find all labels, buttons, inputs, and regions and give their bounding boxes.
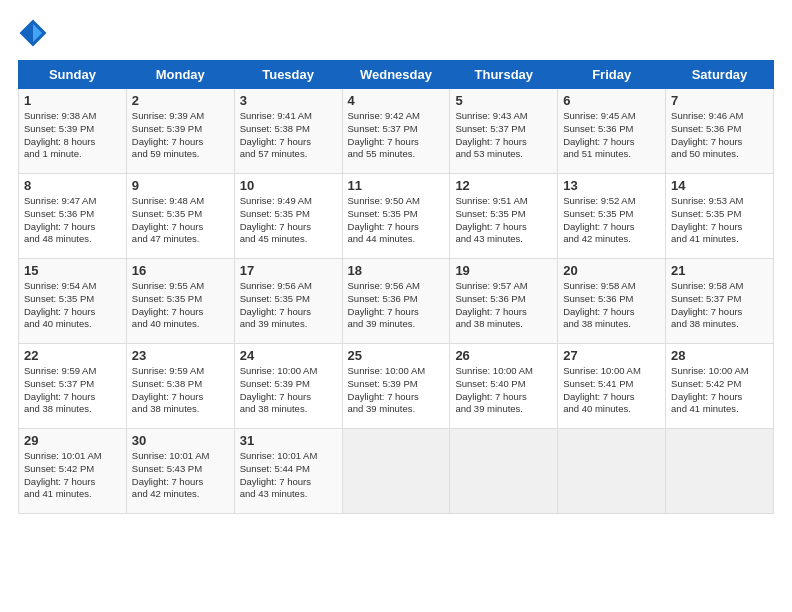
calendar-cell: 18Sunrise: 9:56 AMSunset: 5:36 PMDayligh…: [342, 259, 450, 344]
day-info: Sunrise: 9:43 AMSunset: 5:37 PMDaylight:…: [455, 110, 552, 161]
day-number: 5: [455, 93, 552, 108]
calendar-cell: [558, 429, 666, 514]
calendar-cell: 20Sunrise: 9:58 AMSunset: 5:36 PMDayligh…: [558, 259, 666, 344]
calendar-cell: 17Sunrise: 9:56 AMSunset: 5:35 PMDayligh…: [234, 259, 342, 344]
day-number: 11: [348, 178, 445, 193]
calendar-cell: 3Sunrise: 9:41 AMSunset: 5:38 PMDaylight…: [234, 89, 342, 174]
day-number: 2: [132, 93, 229, 108]
day-info: Sunrise: 9:45 AMSunset: 5:36 PMDaylight:…: [563, 110, 660, 161]
day-info: Sunrise: 9:52 AMSunset: 5:35 PMDaylight:…: [563, 195, 660, 246]
day-info: Sunrise: 9:59 AMSunset: 5:37 PMDaylight:…: [24, 365, 121, 416]
day-number: 28: [671, 348, 768, 363]
calendar-cell: 2Sunrise: 9:39 AMSunset: 5:39 PMDaylight…: [126, 89, 234, 174]
calendar-cell: 22Sunrise: 9:59 AMSunset: 5:37 PMDayligh…: [19, 344, 127, 429]
calendar-row-3: 15Sunrise: 9:54 AMSunset: 5:35 PMDayligh…: [19, 259, 774, 344]
calendar-cell: 6Sunrise: 9:45 AMSunset: 5:36 PMDaylight…: [558, 89, 666, 174]
day-number: 31: [240, 433, 337, 448]
day-number: 10: [240, 178, 337, 193]
day-number: 19: [455, 263, 552, 278]
calendar-cell: 31Sunrise: 10:01 AMSunset: 5:44 PMDaylig…: [234, 429, 342, 514]
day-info: Sunrise: 9:59 AMSunset: 5:38 PMDaylight:…: [132, 365, 229, 416]
calendar-cell: 26Sunrise: 10:00 AMSunset: 5:40 PMDaylig…: [450, 344, 558, 429]
day-number: 12: [455, 178, 552, 193]
day-info: Sunrise: 9:46 AMSunset: 5:36 PMDaylight:…: [671, 110, 768, 161]
calendar-cell: 7Sunrise: 9:46 AMSunset: 5:36 PMDaylight…: [666, 89, 774, 174]
day-number: 6: [563, 93, 660, 108]
day-info: Sunrise: 9:42 AMSunset: 5:37 PMDaylight:…: [348, 110, 445, 161]
calendar-cell: 21Sunrise: 9:58 AMSunset: 5:37 PMDayligh…: [666, 259, 774, 344]
calendar-cell: 24Sunrise: 10:00 AMSunset: 5:39 PMDaylig…: [234, 344, 342, 429]
calendar-cell: 19Sunrise: 9:57 AMSunset: 5:36 PMDayligh…: [450, 259, 558, 344]
day-number: 1: [24, 93, 121, 108]
day-info: Sunrise: 9:55 AMSunset: 5:35 PMDaylight:…: [132, 280, 229, 331]
day-number: 27: [563, 348, 660, 363]
day-info: Sunrise: 10:00 AMSunset: 5:39 PMDaylight…: [240, 365, 337, 416]
calendar-cell: [342, 429, 450, 514]
calendar-cell: [666, 429, 774, 514]
calendar-cell: 16Sunrise: 9:55 AMSunset: 5:35 PMDayligh…: [126, 259, 234, 344]
day-info: Sunrise: 9:41 AMSunset: 5:38 PMDaylight:…: [240, 110, 337, 161]
header-thursday: Thursday: [450, 61, 558, 89]
header-monday: Monday: [126, 61, 234, 89]
day-info: Sunrise: 10:00 AMSunset: 5:40 PMDaylight…: [455, 365, 552, 416]
day-number: 7: [671, 93, 768, 108]
weekday-header-row: Sunday Monday Tuesday Wednesday Thursday…: [19, 61, 774, 89]
calendar-cell: 10Sunrise: 9:49 AMSunset: 5:35 PMDayligh…: [234, 174, 342, 259]
day-info: Sunrise: 9:50 AMSunset: 5:35 PMDaylight:…: [348, 195, 445, 246]
day-number: 23: [132, 348, 229, 363]
day-info: Sunrise: 9:49 AMSunset: 5:35 PMDaylight:…: [240, 195, 337, 246]
day-info: Sunrise: 9:39 AMSunset: 5:39 PMDaylight:…: [132, 110, 229, 161]
calendar-cell: 30Sunrise: 10:01 AMSunset: 5:43 PMDaylig…: [126, 429, 234, 514]
calendar-cell: 28Sunrise: 10:00 AMSunset: 5:42 PMDaylig…: [666, 344, 774, 429]
header-tuesday: Tuesday: [234, 61, 342, 89]
day-info: Sunrise: 9:51 AMSunset: 5:35 PMDaylight:…: [455, 195, 552, 246]
calendar-row-4: 22Sunrise: 9:59 AMSunset: 5:37 PMDayligh…: [19, 344, 774, 429]
day-info: Sunrise: 10:01 AMSunset: 5:42 PMDaylight…: [24, 450, 121, 501]
calendar-table: Sunday Monday Tuesday Wednesday Thursday…: [18, 60, 774, 514]
calendar-cell: [450, 429, 558, 514]
day-number: 16: [132, 263, 229, 278]
day-number: 21: [671, 263, 768, 278]
calendar-cell: 4Sunrise: 9:42 AMSunset: 5:37 PMDaylight…: [342, 89, 450, 174]
day-number: 24: [240, 348, 337, 363]
day-number: 18: [348, 263, 445, 278]
day-number: 20: [563, 263, 660, 278]
calendar-cell: 25Sunrise: 10:00 AMSunset: 5:39 PMDaylig…: [342, 344, 450, 429]
day-info: Sunrise: 9:38 AMSunset: 5:39 PMDaylight:…: [24, 110, 121, 161]
day-info: Sunrise: 10:01 AMSunset: 5:44 PMDaylight…: [240, 450, 337, 501]
day-info: Sunrise: 10:00 AMSunset: 5:39 PMDaylight…: [348, 365, 445, 416]
day-number: 15: [24, 263, 121, 278]
day-info: Sunrise: 9:58 AMSunset: 5:37 PMDaylight:…: [671, 280, 768, 331]
day-info: Sunrise: 9:56 AMSunset: 5:36 PMDaylight:…: [348, 280, 445, 331]
day-number: 13: [563, 178, 660, 193]
day-info: Sunrise: 9:47 AMSunset: 5:36 PMDaylight:…: [24, 195, 121, 246]
calendar-cell: 13Sunrise: 9:52 AMSunset: 5:35 PMDayligh…: [558, 174, 666, 259]
day-info: Sunrise: 9:57 AMSunset: 5:36 PMDaylight:…: [455, 280, 552, 331]
day-info: Sunrise: 9:48 AMSunset: 5:35 PMDaylight:…: [132, 195, 229, 246]
day-number: 14: [671, 178, 768, 193]
day-info: Sunrise: 10:00 AMSunset: 5:41 PMDaylight…: [563, 365, 660, 416]
calendar-cell: 15Sunrise: 9:54 AMSunset: 5:35 PMDayligh…: [19, 259, 127, 344]
header-friday: Friday: [558, 61, 666, 89]
day-number: 26: [455, 348, 552, 363]
day-number: 8: [24, 178, 121, 193]
day-info: Sunrise: 9:56 AMSunset: 5:35 PMDaylight:…: [240, 280, 337, 331]
logo: [18, 18, 52, 48]
day-number: 3: [240, 93, 337, 108]
day-number: 29: [24, 433, 121, 448]
day-number: 17: [240, 263, 337, 278]
calendar-cell: 12Sunrise: 9:51 AMSunset: 5:35 PMDayligh…: [450, 174, 558, 259]
day-info: Sunrise: 10:01 AMSunset: 5:43 PMDaylight…: [132, 450, 229, 501]
day-number: 25: [348, 348, 445, 363]
day-info: Sunrise: 9:58 AMSunset: 5:36 PMDaylight:…: [563, 280, 660, 331]
header-saturday: Saturday: [666, 61, 774, 89]
calendar-cell: 1Sunrise: 9:38 AMSunset: 5:39 PMDaylight…: [19, 89, 127, 174]
day-info: Sunrise: 9:53 AMSunset: 5:35 PMDaylight:…: [671, 195, 768, 246]
day-info: Sunrise: 10:00 AMSunset: 5:42 PMDaylight…: [671, 365, 768, 416]
calendar-cell: 14Sunrise: 9:53 AMSunset: 5:35 PMDayligh…: [666, 174, 774, 259]
day-number: 9: [132, 178, 229, 193]
calendar-row-2: 8Sunrise: 9:47 AMSunset: 5:36 PMDaylight…: [19, 174, 774, 259]
day-info: Sunrise: 9:54 AMSunset: 5:35 PMDaylight:…: [24, 280, 121, 331]
calendar-row-1: 1Sunrise: 9:38 AMSunset: 5:39 PMDaylight…: [19, 89, 774, 174]
day-number: 30: [132, 433, 229, 448]
